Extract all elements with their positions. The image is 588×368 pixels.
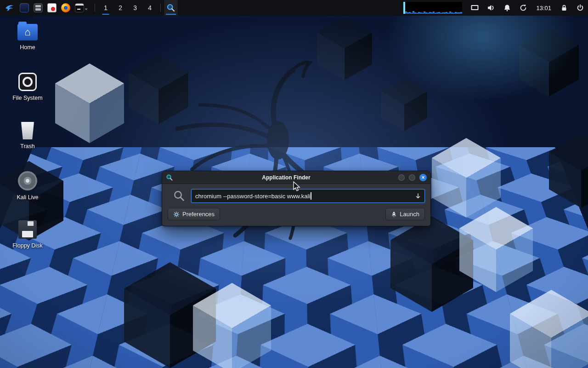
- workspace-button-1[interactable]: 1: [98, 0, 113, 16]
- dropdown-arrow-icon[interactable]: [414, 192, 422, 200]
- floppy-icon: [18, 220, 37, 239]
- cpu-bar: [460, 12, 462, 14]
- desktop-icon-label: Home: [20, 44, 35, 51]
- display-icon: [470, 4, 479, 12]
- clock[interactable]: 13:01: [535, 5, 552, 12]
- panel-separator: [160, 4, 161, 12]
- trash-icon: [20, 122, 35, 139]
- gear-icon: [173, 211, 180, 218]
- refresh-icon: [519, 4, 527, 12]
- chevron-down-icon: ⌄: [84, 5, 89, 11]
- launcher-terminal[interactable]: ⌄: [73, 0, 91, 16]
- desktop-icon-label: Kali Live: [17, 194, 38, 201]
- window-title: Application Finder: [174, 174, 398, 181]
- lock-tray-button[interactable]: [560, 0, 568, 16]
- system-tray: 13:01: [470, 0, 584, 16]
- desktop-icon-floppy-disk[interactable]: Floppy Disk: [4, 220, 51, 249]
- launcher-text-editor[interactable]: [45, 0, 59, 16]
- text-editor-icon: [47, 3, 57, 12]
- workspace-button-2[interactable]: 2: [113, 0, 128, 16]
- power-icon: [576, 4, 584, 12]
- command-text: chromium --password-store=basic www.kali: [195, 193, 310, 200]
- drive-icon: [18, 73, 37, 91]
- panel-separator: [95, 4, 95, 12]
- kali-logo-icon: [4, 2, 15, 13]
- updates-tray-button[interactable]: [519, 0, 527, 16]
- home-folder-icon: ⌂: [17, 24, 38, 40]
- minimize-button[interactable]: [398, 174, 405, 181]
- preferences-label: Preferences: [182, 211, 215, 218]
- power-tray-button[interactable]: [576, 0, 584, 16]
- applications-menu-button[interactable]: [2, 0, 17, 16]
- window-app-icon: [20, 3, 29, 12]
- desktop-icon-label: File System: [12, 95, 42, 101]
- display-tray-button[interactable]: [470, 0, 479, 16]
- wallpaper-cube: [519, 28, 579, 97]
- launcher-firefox[interactable]: [59, 0, 73, 16]
- workspace-button-4[interactable]: 4: [142, 0, 157, 16]
- file-manager-icon: [34, 3, 43, 12]
- preferences-button[interactable]: Preferences: [168, 208, 220, 220]
- desktop-icon-kali-live[interactable]: Kali Live: [4, 171, 51, 201]
- search-icon: [173, 190, 185, 202]
- launch-icon: [391, 211, 397, 218]
- taskbar-application-finder[interactable]: [164, 0, 178, 16]
- notifications-tray-button[interactable]: [503, 0, 511, 16]
- top-panel: ⌄ 1 2 3 4: [0, 0, 588, 16]
- desktop-icon-label: Floppy Disk: [12, 242, 42, 249]
- text-caret: [311, 192, 311, 200]
- firefox-icon: [61, 3, 70, 12]
- desktop-icon-trash[interactable]: Trash: [4, 122, 51, 150]
- command-input[interactable]: chromium --password-store=basic www.kali: [191, 189, 425, 203]
- appfinder-window-icon: [166, 174, 174, 181]
- maximize-button[interactable]: [409, 174, 415, 181]
- workspace-button-3[interactable]: 3: [128, 0, 142, 16]
- launcher-window-app[interactable]: [17, 0, 31, 16]
- desktop-icon-label: Trash: [20, 143, 35, 150]
- launch-button[interactable]: Launch: [385, 208, 425, 220]
- terminal-icon: [75, 3, 84, 12]
- desktop-icon-home[interactable]: ⌂ Home: [4, 24, 51, 51]
- workspace-switcher: 1 2 3 4: [98, 0, 157, 16]
- bell-icon: [503, 4, 511, 12]
- volume-icon: [487, 4, 495, 12]
- magnifier-icon: [166, 3, 175, 12]
- disc-icon: [18, 171, 37, 190]
- launch-label: Launch: [400, 211, 419, 218]
- cpu-graph[interactable]: [403, 2, 462, 14]
- desktop-icon-file-system[interactable]: File System: [4, 73, 51, 101]
- lock-icon: [560, 4, 568, 12]
- application-finder-window: Application Finder ✕ chromium --password…: [162, 171, 431, 226]
- titlebar[interactable]: Application Finder ✕: [162, 171, 430, 184]
- launcher-file-manager[interactable]: [31, 0, 45, 16]
- volume-tray-button[interactable]: [487, 0, 495, 16]
- close-button[interactable]: ✕: [419, 174, 427, 181]
- wallpaper-cube: [55, 63, 124, 143]
